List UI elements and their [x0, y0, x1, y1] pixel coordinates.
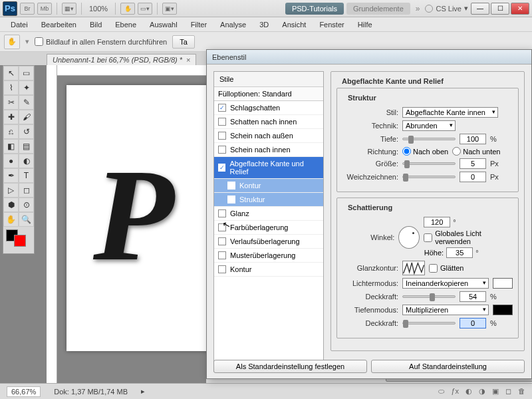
richtung-up-radio[interactable]: Nach oben [402, 147, 448, 156]
deck1-input[interactable]: 54 [460, 291, 486, 302]
deck2-slider[interactable] [402, 322, 456, 325]
wand-tool-icon[interactable]: ✦ [19, 80, 34, 95]
lasso-tool-icon[interactable]: ⌇ [3, 80, 19, 95]
style-row[interactable]: Verlaufsüberlagerung [214, 235, 323, 249]
type-tool-icon[interactable]: T [19, 168, 34, 183]
weich-slider[interactable] [402, 176, 456, 178]
set-default-button[interactable]: Als Standardeinstellung festlegen [213, 360, 367, 373]
zoom-tool-icon[interactable]: 🔍 [19, 212, 34, 227]
menu-3d[interactable]: 3D [254, 19, 274, 30]
style-checkbox[interactable] [218, 265, 226, 273]
tiefenmodus-select[interactable]: Multiplizieren [402, 305, 489, 315]
minimize-button[interactable]: — [471, 3, 489, 15]
weich-input[interactable]: 0 [460, 172, 486, 182]
menu-fenster[interactable]: Fenster [314, 19, 349, 30]
hand-tool-icon[interactable]: ✋ [3, 212, 19, 227]
menu-ansicht[interactable]: Ansicht [277, 19, 311, 30]
style-row[interactable]: ✓Schlagschatten [214, 101, 323, 115]
adjustment-icon[interactable]: ◑ [479, 387, 485, 396]
menu-ebene[interactable]: Ebene [110, 19, 142, 30]
style-row[interactable]: Kontur [214, 263, 323, 277]
style-checkbox[interactable] [218, 146, 226, 154]
dodge-tool-icon[interactable]: ◐ [19, 154, 34, 168]
menu-analyse[interactable]: Analyse [215, 19, 251, 30]
reset-default-button[interactable]: Auf Standardeinstellung [371, 360, 525, 373]
stamp-tool-icon[interactable]: ⎌ [3, 124, 19, 139]
shadow-color-swatch[interactable] [493, 305, 513, 315]
hand-shortcut-icon[interactable]: ✋ [120, 3, 135, 15]
crop-tool-icon[interactable]: ✂ [3, 95, 19, 110]
blur-tool-icon[interactable]: ● [3, 154, 19, 168]
style-checkbox[interactable] [218, 209, 226, 217]
color-swatches[interactable] [5, 229, 33, 251]
workspace-tab[interactable]: Grundelemente [346, 3, 410, 15]
workspace-more-icon[interactable]: » [413, 4, 423, 13]
options-ta-button[interactable]: Ta [172, 35, 195, 49]
history-tool-icon[interactable]: ↺ [19, 124, 34, 139]
winkel-input[interactable]: 120 [424, 217, 450, 227]
arrange-icon[interactable]: ▭▾ [138, 3, 152, 15]
new-layer-icon[interactable]: ◻ [505, 387, 511, 396]
style-row[interactable]: Kontur [214, 179, 323, 193]
shape-tool-icon[interactable]: ◻ [19, 183, 34, 198]
eyedropper-tool-icon[interactable]: ✎ [19, 95, 34, 110]
fx-icon[interactable]: ƒx [451, 387, 459, 396]
dialog-titlebar[interactable]: Ebenenstil [207, 50, 531, 65]
style-row[interactable]: Schatten nach innen [214, 115, 323, 129]
deck1-slider[interactable] [402, 295, 456, 298]
style-row[interactable]: ✓Abgeflachte Kante und Relief [214, 157, 323, 179]
direction-wheel[interactable] [398, 226, 420, 249]
screen-mode-icon[interactable]: ▣▾ [162, 3, 177, 15]
richtung-down-radio[interactable]: Nach unten [452, 147, 500, 156]
move-tool-icon[interactable]: ↖ [3, 66, 19, 80]
gloss-contour-picker[interactable] [402, 261, 425, 275]
style-checkbox[interactable] [218, 132, 226, 140]
mask-icon[interactable]: ◐ [466, 387, 472, 396]
document-tab[interactable]: Unbenannt-1 bei 66,7% (PSD, RGB/8) * × [47, 54, 196, 65]
tiefe-input[interactable]: 100 [460, 134, 486, 144]
groesse-input[interactable]: 5 [460, 158, 486, 169]
heal-tool-icon[interactable]: ✚ [3, 110, 19, 124]
style-checkbox[interactable]: ✓ [218, 164, 225, 172]
hoehe-input[interactable]: 35 [446, 247, 473, 258]
menu-datei[interactable]: Datei [5, 19, 33, 30]
workspace-tab-active[interactable]: PSD-Tutorials [285, 3, 344, 15]
gradient-tool-icon[interactable]: ▤ [19, 139, 34, 154]
zoom-display[interactable]: 100% [86, 5, 110, 13]
groesse-slider[interactable] [402, 162, 456, 165]
glaetten-checkbox[interactable]: Glätten [429, 264, 464, 273]
cs-live-button[interactable]: CS Live▾ [425, 4, 468, 13]
status-zoom[interactable]: 66,67% [7, 386, 41, 397]
tiefe-slider[interactable] [402, 138, 456, 140]
close-button[interactable]: ✕ [511, 3, 529, 15]
close-tab-icon[interactable]: × [186, 56, 190, 64]
eraser-tool-icon[interactable]: ◧ [3, 139, 19, 154]
menu-bild[interactable]: Bild [84, 19, 107, 30]
technik-select[interactable]: Abrunden [402, 120, 456, 131]
highlight-color-swatch[interactable] [493, 278, 513, 289]
style-checkbox[interactable] [218, 251, 226, 259]
background-color-swatch[interactable] [14, 235, 26, 247]
style-row[interactable]: Schein nach außen [214, 129, 323, 143]
style-checkbox[interactable]: ✓ [218, 104, 226, 112]
3d-tool-icon[interactable]: ⬢ [3, 198, 19, 212]
style-checkbox[interactable] [218, 237, 226, 245]
style-row[interactable]: Struktur [214, 193, 323, 207]
stil-select[interactable]: Abgeflachte Kante innen [402, 107, 498, 118]
view-mode-icon[interactable]: ▦▾ [62, 3, 76, 15]
minibridge-icon[interactable]: Mb [37, 3, 52, 15]
style-row[interactable]: Musterüberlagerung [214, 249, 323, 263]
link-icon[interactable]: ⬭ [438, 387, 444, 396]
global-light-checkbox[interactable]: Globales Licht verwenden [424, 229, 513, 245]
style-checkbox[interactable] [227, 182, 235, 190]
menu-bearbeiten[interactable]: Bearbeiten [36, 19, 82, 30]
trash-icon[interactable]: 🗑 [518, 387, 525, 396]
pen-tool-icon[interactable]: ✒ [3, 168, 19, 183]
marquee-tool-icon[interactable]: ▭ [19, 66, 34, 80]
menu-hilfe[interactable]: Hilfe [352, 19, 378, 30]
fill-options-row[interactable]: Fülloptionen: Standard [214, 87, 323, 101]
path-tool-icon[interactable]: ▷ [3, 183, 19, 198]
camera-tool-icon[interactable]: ⊙ [19, 198, 34, 212]
lichtermodus-select[interactable]: Ineinanderkopieren [402, 278, 489, 289]
menu-filter[interactable]: Filter [186, 19, 212, 30]
